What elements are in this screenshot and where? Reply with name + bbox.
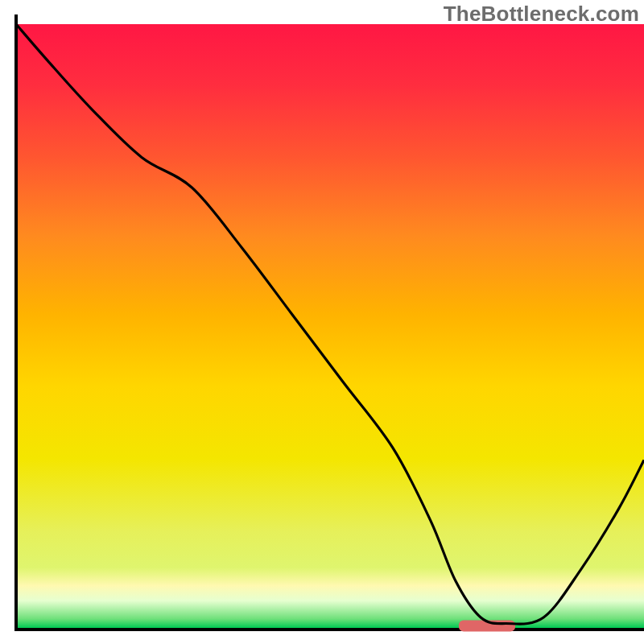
plot-background — [18, 24, 644, 628]
bottleneck-chart: TheBottleneck.com — [0, 0, 644, 644]
watermark-text: TheBottleneck.com — [444, 2, 639, 27]
chart-canvas — [0, 0, 644, 644]
